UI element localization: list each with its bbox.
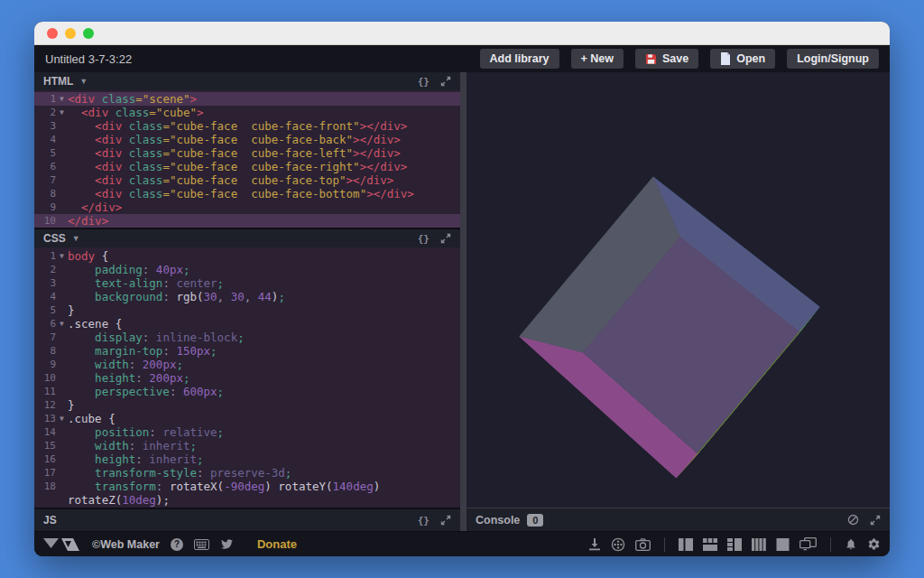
fold-arrow-icon[interactable]: ▼	[56, 92, 68, 106]
line-number: 16	[34, 452, 56, 466]
code-line[interactable]: 1▼<div class="scene">	[34, 92, 460, 106]
html-editor[interactable]: 1▼<div class="scene">2▼ <div class="cube…	[34, 90, 460, 228]
code-line[interactable]: 4 background: rgb(30, 30, 44);	[34, 290, 460, 303]
css-editor[interactable]: 1▼body {2 padding: 40px;3 text-align: ce…	[34, 247, 460, 508]
layout-top-panels-icon[interactable]	[703, 538, 717, 551]
code-line[interactable]: 3 text-align: center;	[34, 276, 460, 290]
code-line[interactable]: 5}	[34, 303, 460, 317]
twitter-icon[interactable]	[220, 538, 234, 550]
file-icon	[720, 52, 731, 65]
code-line[interactable]: 2 padding: 40px;	[34, 263, 460, 276]
format-code-icon[interactable]: {}	[418, 233, 430, 245]
js-pane-label: JS	[43, 514, 57, 527]
fold-arrow-icon[interactable]: ▼	[56, 317, 68, 331]
code-text: background: rgb(30, 30, 44);	[68, 290, 460, 303]
code-line[interactable]: 1▼body {	[34, 249, 460, 263]
footer-separator	[830, 537, 831, 552]
detached-window-icon[interactable]	[799, 537, 817, 551]
code-line[interactable]: 5 <div class="cube-face cube-face-left">…	[34, 146, 460, 160]
fold-gutter	[56, 119, 68, 133]
format-code-icon[interactable]: {}	[418, 515, 430, 527]
layout-columns-icon[interactable]	[752, 538, 766, 551]
line-number: 3	[34, 276, 56, 290]
code-line[interactable]: 3 <div class="cube-face cube-face-front"…	[34, 119, 460, 133]
editor-preview-splitter[interactable]	[460, 72, 467, 531]
code-text: <div class="cube-face cube-face-left"></…	[68, 146, 460, 160]
download-icon[interactable]	[588, 537, 601, 551]
titlebar	[34, 22, 890, 45]
line-number: 8	[34, 344, 56, 358]
code-line[interactable]: 4 <div class="cube-face cube-face-back">…	[34, 133, 460, 146]
chevron-down-icon[interactable]: ▼	[72, 234, 80, 243]
clear-console-icon[interactable]	[847, 514, 859, 526]
code-line[interactable]: 6▼.scene {	[34, 317, 460, 331]
code-line[interactable]: 8 <div class="cube-face cube-face-bottom…	[34, 187, 460, 200]
expand-pane-icon[interactable]	[440, 233, 451, 244]
expand-pane-icon[interactable]	[440, 515, 451, 526]
layout-left-list-icon[interactable]	[727, 538, 742, 551]
expand-console-icon[interactable]	[870, 515, 881, 526]
bell-icon[interactable]	[845, 537, 857, 551]
fold-gutter	[56, 214, 68, 228]
line-number: 5	[34, 146, 56, 160]
toolbar: Untitled 3-7-3:22 Add library + New Save…	[34, 45, 890, 72]
layout-left-panel-icon[interactable]	[679, 538, 693, 551]
line-number: 5	[34, 303, 56, 317]
console-label: Console	[476, 514, 520, 527]
gear-icon[interactable]	[867, 537, 881, 551]
webmaker-logo	[43, 537, 79, 552]
fold-arrow-icon[interactable]: ▼	[56, 249, 68, 263]
code-line[interactable]: 9 width: 200px;	[34, 358, 460, 371]
fold-gutter	[56, 160, 68, 173]
code-line[interactable]: 13▼.cube {	[34, 412, 460, 425]
preview-cube	[586, 256, 749, 394]
fold-arrow-icon[interactable]: ▼	[56, 412, 68, 425]
expand-pane-icon[interactable]	[440, 76, 451, 87]
add-library-button[interactable]: Add library	[480, 49, 559, 69]
code-line[interactable]: 15 width: inherit;	[34, 439, 460, 452]
donate-link[interactable]: Donate	[257, 537, 297, 551]
help-icon[interactable]: ?	[171, 538, 183, 551]
fold-gutter	[56, 133, 68, 146]
chevron-down-icon[interactable]: ▼	[79, 77, 88, 86]
open-button[interactable]: Open	[710, 49, 775, 69]
code-line[interactable]: 11 perspective: 600px;	[34, 385, 460, 398]
fold-gutter	[56, 290, 68, 303]
code-line[interactable]: 16 height: inherit;	[34, 452, 460, 466]
minimize-window-button[interactable]	[65, 28, 76, 39]
fold-gutter	[56, 276, 68, 290]
format-code-icon[interactable]: {}	[418, 76, 430, 88]
html-pane-label: HTML	[43, 75, 73, 88]
close-window-button[interactable]	[47, 28, 58, 39]
code-line[interactable]: 7 display: inline-block;	[34, 331, 460, 344]
code-line[interactable]: 7 <div class="cube-face cube-face-top"><…	[34, 173, 460, 187]
keyboard-icon[interactable]	[194, 539, 209, 550]
login-signup-button[interactable]: Login/Signup	[787, 49, 879, 69]
code-line[interactable]: 2▼ <div class="cube">	[34, 106, 460, 119]
code-line[interactable]: 6 <div class="cube-face cube-face-right"…	[34, 160, 460, 173]
line-number: 4	[34, 290, 56, 303]
code-line[interactable]: 17 transform-style: preserve-3d;	[34, 466, 460, 480]
code-line[interactable]: 18 transform: rotateX(-90deg) rotateY(14…	[34, 480, 460, 493]
code-text: </div>	[68, 214, 460, 228]
line-number: 12	[34, 398, 56, 412]
fold-gutter	[56, 173, 68, 187]
code-line[interactable]: 14 position: relative;	[34, 425, 460, 439]
code-text: perspective: 600px;	[68, 385, 460, 398]
fold-arrow-icon[interactable]: ▼	[56, 106, 68, 119]
code-line[interactable]: 9 </div>	[34, 200, 460, 214]
new-button[interactable]: + New	[571, 49, 624, 69]
camera-icon[interactable]	[635, 538, 651, 551]
code-line[interactable]: 12}	[34, 398, 460, 412]
console-bar[interactable]: Console 0	[467, 508, 890, 531]
code-line[interactable]: 8 margin-top: 150px;	[34, 344, 460, 358]
zoom-window-button[interactable]	[83, 28, 94, 39]
save-button[interactable]: Save	[635, 49, 698, 69]
code-line[interactable]: 10</div>	[34, 214, 460, 228]
code-line[interactable]: 10 height: 200px;	[34, 371, 460, 385]
console-count-badge: 0	[527, 514, 543, 527]
film-reel-icon[interactable]	[611, 537, 625, 552]
code-line[interactable]: rotateZ(10deg);	[34, 493, 460, 507]
fold-gutter	[56, 466, 68, 480]
layout-full-icon[interactable]	[776, 538, 790, 551]
